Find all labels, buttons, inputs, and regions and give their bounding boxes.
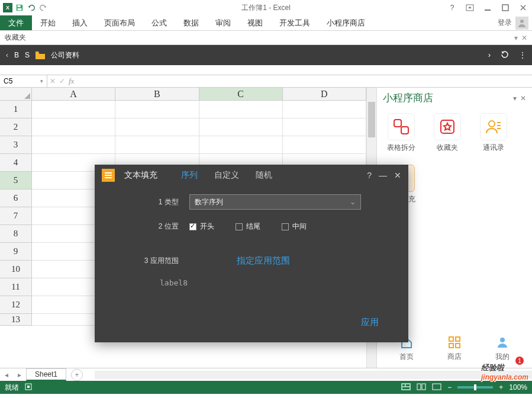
app-通讯录[interactable]: 通讯录 bbox=[475, 113, 512, 153]
favbar-close-icon[interactable]: ✕ bbox=[521, 34, 527, 42]
row-header[interactable]: 3 bbox=[0, 136, 32, 154]
pane-close-icon[interactable]: ✕ bbox=[520, 94, 526, 102]
login-link[interactable]: 登录 bbox=[498, 18, 512, 28]
maximize-icon[interactable] bbox=[499, 1, 512, 14]
nav-forward-icon[interactable]: › bbox=[488, 51, 491, 59]
favbar-dropdown-icon[interactable]: ▾ bbox=[514, 34, 518, 42]
row-header[interactable]: 4 bbox=[0, 154, 32, 172]
pane-dropdown-icon[interactable]: ▾ bbox=[513, 94, 517, 102]
horizontal-scrollbar[interactable] bbox=[95, 371, 532, 379]
col-header-c[interactable]: C bbox=[199, 88, 283, 101]
fx-icon[interactable]: fx bbox=[69, 76, 74, 86]
tab-formulas[interactable]: 公式 bbox=[143, 15, 175, 30]
row-header[interactable]: 5 bbox=[0, 172, 32, 190]
cell[interactable] bbox=[283, 101, 366, 118]
tab-dev[interactable]: 开发工具 bbox=[271, 15, 318, 30]
minimize-icon[interactable] bbox=[481, 1, 494, 14]
tab-file[interactable]: 文件 bbox=[0, 15, 32, 30]
add-sheet-icon[interactable]: + bbox=[71, 369, 83, 381]
zoom-level[interactable]: 100% bbox=[509, 383, 527, 391]
row-header[interactable]: 12 bbox=[0, 296, 32, 314]
nav-back-icon[interactable]: ‹ bbox=[6, 51, 8, 59]
cell[interactable] bbox=[199, 136, 283, 154]
menu-icon[interactable]: ⋮ bbox=[519, 51, 526, 59]
zoom-out-icon[interactable]: − bbox=[447, 383, 452, 391]
dialog-tab-custom[interactable]: 自定义 bbox=[214, 170, 239, 181]
row-header[interactable]: 8 bbox=[0, 225, 32, 243]
cell[interactable] bbox=[32, 101, 115, 118]
type-select[interactable]: 数字序列 ⌄ bbox=[189, 194, 361, 210]
svg-rect-6 bbox=[394, 120, 401, 127]
dialog-minimize-icon[interactable]: — bbox=[379, 171, 387, 180]
cell[interactable] bbox=[115, 136, 199, 154]
row-header[interactable]: 11 bbox=[0, 278, 32, 296]
zoom-in-icon[interactable]: + bbox=[499, 383, 503, 391]
avatar-icon[interactable] bbox=[515, 17, 528, 30]
row-header[interactable]: 13 bbox=[0, 314, 32, 326]
radio-middle[interactable]: 中间 bbox=[282, 222, 307, 232]
cell[interactable] bbox=[115, 101, 199, 118]
radio-end[interactable]: 结尾 bbox=[236, 222, 260, 232]
dialog-help-icon[interactable]: ? bbox=[367, 171, 372, 180]
cell[interactable] bbox=[32, 136, 115, 154]
tab-data[interactable]: 数据 bbox=[175, 15, 207, 30]
row-header[interactable]: 6 bbox=[0, 190, 32, 207]
cell[interactable] bbox=[283, 136, 366, 154]
tab-insert[interactable]: 插入 bbox=[64, 15, 96, 30]
cell[interactable] bbox=[199, 101, 283, 118]
name-box-dropdown-icon[interactable]: ▾ bbox=[40, 78, 43, 84]
label8: label8 bbox=[160, 278, 396, 287]
refresh-icon[interactable] bbox=[500, 50, 510, 61]
tab-miniapp[interactable]: 小程序商店 bbox=[318, 15, 373, 30]
view-pagebreak-icon[interactable] bbox=[432, 383, 441, 392]
sheet-tab[interactable]: Sheet1 bbox=[26, 368, 66, 381]
formula-bar[interactable] bbox=[78, 77, 530, 85]
sheet-nav-prev-icon[interactable]: ◂ bbox=[0, 371, 13, 379]
cancel-formula-icon[interactable]: ✕ bbox=[50, 77, 56, 85]
dialog-close-icon[interactable]: ✕ bbox=[394, 171, 401, 180]
darkbar-item-s[interactable]: S bbox=[25, 51, 30, 59]
view-layout-icon[interactable] bbox=[417, 383, 426, 392]
folder-name[interactable]: 公司资料 bbox=[51, 50, 79, 60]
tab-view[interactable]: 视图 bbox=[239, 15, 271, 30]
row-header[interactable]: 7 bbox=[0, 207, 32, 225]
app-收藏夹[interactable]: 收藏夹 bbox=[429, 113, 466, 153]
select-all-corner[interactable] bbox=[0, 88, 32, 101]
specify-range-link[interactable]: 指定应用范围 bbox=[237, 255, 290, 267]
cell[interactable] bbox=[115, 118, 199, 136]
nav-商店[interactable]: 商店 bbox=[447, 336, 462, 362]
svg-rect-30 bbox=[433, 384, 441, 390]
col-header-a[interactable]: A bbox=[32, 88, 115, 101]
view-normal-icon[interactable] bbox=[401, 383, 411, 392]
tab-review[interactable]: 审阅 bbox=[207, 15, 239, 30]
apply-button[interactable]: 应用 bbox=[361, 317, 379, 328]
help-icon[interactable]: ? bbox=[446, 1, 459, 14]
close-icon[interactable] bbox=[517, 1, 530, 14]
cell[interactable] bbox=[283, 118, 366, 136]
dialog-tab-random[interactable]: 随机 bbox=[256, 170, 272, 181]
tab-layout[interactable]: 页面布局 bbox=[96, 15, 143, 30]
row-header[interactable]: 9 bbox=[0, 243, 32, 261]
dialog-tab-sequence[interactable]: 序列 bbox=[181, 170, 198, 181]
col-header-b[interactable]: B bbox=[115, 88, 199, 101]
name-box-value: C5 bbox=[4, 77, 12, 85]
darkbar-item-b[interactable]: B bbox=[14, 51, 19, 59]
row-header[interactable]: 10 bbox=[0, 261, 32, 278]
accept-formula-icon[interactable]: ✓ bbox=[59, 77, 65, 85]
radio-start[interactable]: 开头 bbox=[189, 222, 214, 232]
row-header[interactable]: 2 bbox=[0, 118, 32, 136]
svg-rect-23 bbox=[27, 386, 30, 388]
tab-home[interactable]: 开始 bbox=[32, 15, 64, 30]
ribbon-display-icon[interactable] bbox=[463, 1, 476, 14]
cell[interactable] bbox=[199, 118, 283, 136]
col-header-d[interactable]: D bbox=[283, 88, 366, 101]
macro-record-icon[interactable] bbox=[25, 383, 32, 392]
cell[interactable] bbox=[32, 118, 115, 136]
name-box[interactable]: C5 ▾ bbox=[0, 75, 47, 87]
app-表格拆分[interactable]: 表格拆分 bbox=[383, 113, 420, 153]
sheet-nav-next-icon[interactable]: ▸ bbox=[13, 371, 26, 379]
row-header[interactable]: 1 bbox=[0, 101, 32, 118]
zoom-slider[interactable] bbox=[457, 386, 493, 389]
nav-我的[interactable]: 我的 bbox=[495, 336, 510, 362]
chevron-down-icon: ⌄ bbox=[350, 198, 356, 206]
